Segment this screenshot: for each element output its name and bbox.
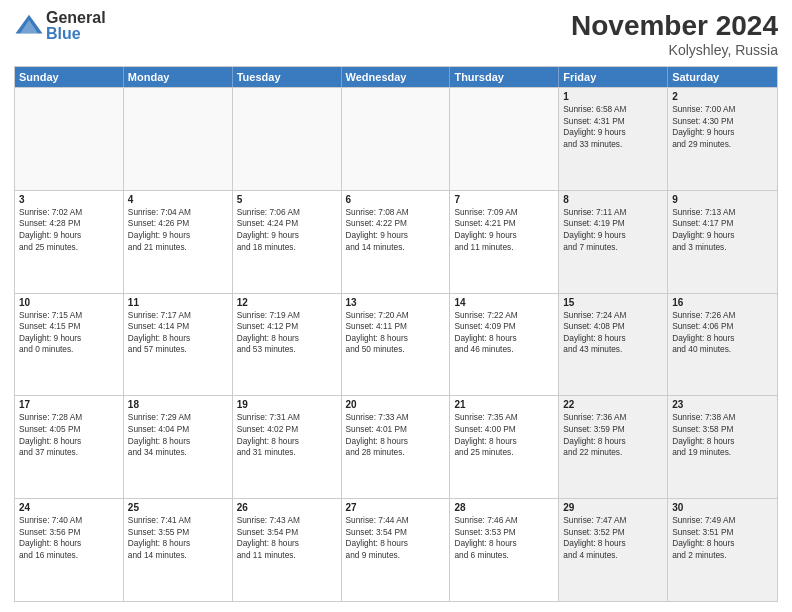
cell-info: Sunrise: 7:44 AMSunset: 3:54 PMDaylight:… — [346, 515, 446, 561]
cell-info: Sunrise: 7:38 AMSunset: 3:58 PMDaylight:… — [672, 412, 773, 458]
cell-info: Sunrise: 7:06 AMSunset: 4:24 PMDaylight:… — [237, 207, 337, 253]
cell-info: Sunrise: 7:33 AMSunset: 4:01 PMDaylight:… — [346, 412, 446, 458]
cell-info: Sunrise: 7:24 AMSunset: 4:08 PMDaylight:… — [563, 310, 663, 356]
week-row-2: 10Sunrise: 7:15 AMSunset: 4:15 PMDayligh… — [15, 293, 777, 396]
day-number: 24 — [19, 502, 119, 513]
cal-cell-8: 8Sunrise: 7:11 AMSunset: 4:19 PMDaylight… — [559, 191, 668, 293]
cal-cell-19: 19Sunrise: 7:31 AMSunset: 4:02 PMDayligh… — [233, 396, 342, 498]
cal-cell-27: 27Sunrise: 7:44 AMSunset: 3:54 PMDayligh… — [342, 499, 451, 601]
day-number: 23 — [672, 399, 773, 410]
day-number: 7 — [454, 194, 554, 205]
cal-cell-26: 26Sunrise: 7:43 AMSunset: 3:54 PMDayligh… — [233, 499, 342, 601]
day-number: 27 — [346, 502, 446, 513]
cal-cell-21: 21Sunrise: 7:35 AMSunset: 4:00 PMDayligh… — [450, 396, 559, 498]
cell-info: Sunrise: 6:58 AMSunset: 4:31 PMDaylight:… — [563, 104, 663, 150]
cell-info: Sunrise: 7:13 AMSunset: 4:17 PMDaylight:… — [672, 207, 773, 253]
cell-info: Sunrise: 7:29 AMSunset: 4:04 PMDaylight:… — [128, 412, 228, 458]
day-number: 29 — [563, 502, 663, 513]
day-number: 22 — [563, 399, 663, 410]
cell-info: Sunrise: 7:20 AMSunset: 4:11 PMDaylight:… — [346, 310, 446, 356]
logo-general: General — [46, 10, 106, 26]
cal-cell-empty-0-3 — [342, 88, 451, 190]
cell-info: Sunrise: 7:46 AMSunset: 3:53 PMDaylight:… — [454, 515, 554, 561]
cal-cell-17: 17Sunrise: 7:28 AMSunset: 4:05 PMDayligh… — [15, 396, 124, 498]
header: General Blue November 2024 Kolyshley, Ru… — [14, 10, 778, 58]
cal-cell-29: 29Sunrise: 7:47 AMSunset: 3:52 PMDayligh… — [559, 499, 668, 601]
day-number: 16 — [672, 297, 773, 308]
cal-cell-30: 30Sunrise: 7:49 AMSunset: 3:51 PMDayligh… — [668, 499, 777, 601]
cal-cell-1: 1Sunrise: 6:58 AMSunset: 4:31 PMDaylight… — [559, 88, 668, 190]
cal-cell-empty-0-4 — [450, 88, 559, 190]
week-row-3: 17Sunrise: 7:28 AMSunset: 4:05 PMDayligh… — [15, 395, 777, 498]
cal-cell-28: 28Sunrise: 7:46 AMSunset: 3:53 PMDayligh… — [450, 499, 559, 601]
cell-info: Sunrise: 7:09 AMSunset: 4:21 PMDaylight:… — [454, 207, 554, 253]
cal-cell-7: 7Sunrise: 7:09 AMSunset: 4:21 PMDaylight… — [450, 191, 559, 293]
cal-cell-6: 6Sunrise: 7:08 AMSunset: 4:22 PMDaylight… — [342, 191, 451, 293]
day-number: 6 — [346, 194, 446, 205]
header-day-monday: Monday — [124, 67, 233, 87]
cell-info: Sunrise: 7:11 AMSunset: 4:19 PMDaylight:… — [563, 207, 663, 253]
header-day-friday: Friday — [559, 67, 668, 87]
calendar-header: SundayMondayTuesdayWednesdayThursdayFrid… — [15, 67, 777, 87]
cal-cell-empty-0-1 — [124, 88, 233, 190]
calendar: SundayMondayTuesdayWednesdayThursdayFrid… — [14, 66, 778, 602]
cal-cell-empty-0-2 — [233, 88, 342, 190]
day-number: 11 — [128, 297, 228, 308]
cell-info: Sunrise: 7:17 AMSunset: 4:14 PMDaylight:… — [128, 310, 228, 356]
day-number: 17 — [19, 399, 119, 410]
header-day-sunday: Sunday — [15, 67, 124, 87]
cell-info: Sunrise: 7:04 AMSunset: 4:26 PMDaylight:… — [128, 207, 228, 253]
day-number: 18 — [128, 399, 228, 410]
cell-info: Sunrise: 7:36 AMSunset: 3:59 PMDaylight:… — [563, 412, 663, 458]
day-number: 19 — [237, 399, 337, 410]
cal-cell-18: 18Sunrise: 7:29 AMSunset: 4:04 PMDayligh… — [124, 396, 233, 498]
week-row-1: 3Sunrise: 7:02 AMSunset: 4:28 PMDaylight… — [15, 190, 777, 293]
day-number: 1 — [563, 91, 663, 102]
logo-icon — [14, 11, 44, 41]
cal-cell-15: 15Sunrise: 7:24 AMSunset: 4:08 PMDayligh… — [559, 294, 668, 396]
day-number: 3 — [19, 194, 119, 205]
cell-info: Sunrise: 7:26 AMSunset: 4:06 PMDaylight:… — [672, 310, 773, 356]
day-number: 13 — [346, 297, 446, 308]
day-number: 2 — [672, 91, 773, 102]
header-day-thursday: Thursday — [450, 67, 559, 87]
cal-cell-14: 14Sunrise: 7:22 AMSunset: 4:09 PMDayligh… — [450, 294, 559, 396]
cal-cell-13: 13Sunrise: 7:20 AMSunset: 4:11 PMDayligh… — [342, 294, 451, 396]
cell-info: Sunrise: 7:19 AMSunset: 4:12 PMDaylight:… — [237, 310, 337, 356]
day-number: 25 — [128, 502, 228, 513]
day-number: 4 — [128, 194, 228, 205]
cell-info: Sunrise: 7:47 AMSunset: 3:52 PMDaylight:… — [563, 515, 663, 561]
cell-info: Sunrise: 7:22 AMSunset: 4:09 PMDaylight:… — [454, 310, 554, 356]
week-row-4: 24Sunrise: 7:40 AMSunset: 3:56 PMDayligh… — [15, 498, 777, 601]
cal-cell-4: 4Sunrise: 7:04 AMSunset: 4:26 PMDaylight… — [124, 191, 233, 293]
cell-info: Sunrise: 7:35 AMSunset: 4:00 PMDaylight:… — [454, 412, 554, 458]
day-number: 14 — [454, 297, 554, 308]
day-number: 12 — [237, 297, 337, 308]
day-number: 30 — [672, 502, 773, 513]
cell-info: Sunrise: 7:28 AMSunset: 4:05 PMDaylight:… — [19, 412, 119, 458]
cal-cell-11: 11Sunrise: 7:17 AMSunset: 4:14 PMDayligh… — [124, 294, 233, 396]
cal-cell-22: 22Sunrise: 7:36 AMSunset: 3:59 PMDayligh… — [559, 396, 668, 498]
cell-info: Sunrise: 7:43 AMSunset: 3:54 PMDaylight:… — [237, 515, 337, 561]
day-number: 26 — [237, 502, 337, 513]
header-day-wednesday: Wednesday — [342, 67, 451, 87]
header-day-tuesday: Tuesday — [233, 67, 342, 87]
cal-cell-empty-0-0 — [15, 88, 124, 190]
day-number: 5 — [237, 194, 337, 205]
cell-info: Sunrise: 7:40 AMSunset: 3:56 PMDaylight:… — [19, 515, 119, 561]
day-number: 20 — [346, 399, 446, 410]
day-number: 8 — [563, 194, 663, 205]
logo-text: General Blue — [46, 10, 106, 42]
cal-cell-23: 23Sunrise: 7:38 AMSunset: 3:58 PMDayligh… — [668, 396, 777, 498]
day-number: 15 — [563, 297, 663, 308]
page: General Blue November 2024 Kolyshley, Ru… — [0, 0, 792, 612]
logo: General Blue — [14, 10, 106, 42]
day-number: 21 — [454, 399, 554, 410]
cell-info: Sunrise: 7:02 AMSunset: 4:28 PMDaylight:… — [19, 207, 119, 253]
cal-cell-5: 5Sunrise: 7:06 AMSunset: 4:24 PMDaylight… — [233, 191, 342, 293]
cal-cell-3: 3Sunrise: 7:02 AMSunset: 4:28 PMDaylight… — [15, 191, 124, 293]
cal-cell-2: 2Sunrise: 7:00 AMSunset: 4:30 PMDaylight… — [668, 88, 777, 190]
title-month: November 2024 — [571, 10, 778, 42]
cal-cell-9: 9Sunrise: 7:13 AMSunset: 4:17 PMDaylight… — [668, 191, 777, 293]
title-block: November 2024 Kolyshley, Russia — [571, 10, 778, 58]
